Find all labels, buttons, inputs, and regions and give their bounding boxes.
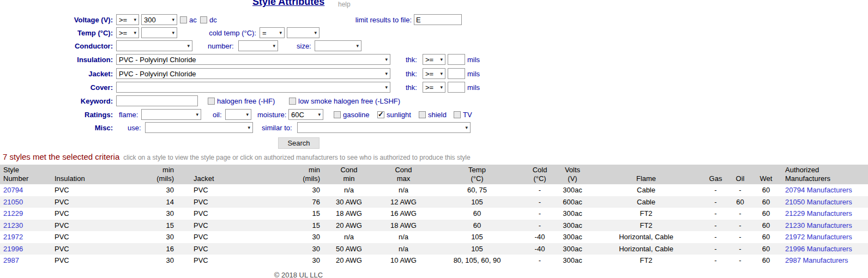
manufacturers-link[interactable]: 21229 Manufacturers: [785, 209, 852, 217]
style-number-link[interactable]: 2987: [3, 256, 19, 264]
cell-cond-min: 20 AWG: [322, 220, 376, 232]
insulation-thk-operator-select[interactable]: >=▾: [423, 54, 445, 65]
similar-to-select[interactable]: ▾: [297, 122, 471, 133]
conductor-number-select[interactable]: ▾: [238, 40, 278, 51]
cell-oil: -: [728, 220, 752, 232]
cell-oil: -: [728, 184, 752, 196]
manufacturers-link[interactable]: 21972 Manufacturers: [785, 233, 852, 241]
table-header-row: StyleNumber Insulation min(mils) Jacket …: [0, 165, 868, 184]
chevron-down-icon: ▾: [385, 71, 388, 76]
oil-select[interactable]: ▾: [225, 109, 251, 120]
cell-jkt-min: 30: [279, 184, 322, 196]
column-header-cond-min: Condmin: [322, 165, 376, 184]
column-header-authorized-manufacturers: AuthorizedManufacturers: [780, 165, 868, 184]
help-link[interactable]: help: [338, 1, 351, 8]
search-button[interactable]: Search: [278, 137, 320, 149]
style-number-link[interactable]: 21230: [3, 221, 23, 229]
limit-results-input[interactable]: [414, 14, 462, 25]
insulation-thk-input[interactable]: [448, 54, 465, 65]
chevron-down-icon: ▾: [273, 43, 275, 49]
cell-flame: FT2: [589, 255, 703, 267]
cell-temp: 105: [431, 231, 523, 243]
flame-label: flame:: [119, 111, 138, 119]
cover-thk-input[interactable]: [448, 82, 465, 93]
chevron-down-icon: ▾: [248, 125, 250, 130]
low-smoke-halogen-free-checkbox[interactable]: [289, 98, 296, 105]
manufacturers-link[interactable]: 20794 Manufacturers: [785, 186, 852, 194]
cell-jkt-min: 76: [279, 196, 322, 208]
ac-checkbox[interactable]: [180, 16, 187, 23]
shield-checkbox[interactable]: [419, 111, 426, 118]
cell-volts: 300ac: [556, 255, 589, 267]
cold-temp-operator-select[interactable]: =▾: [260, 27, 285, 38]
cell-ins-min: 30: [137, 208, 176, 220]
voltage-value-select[interactable]: 300▾: [141, 14, 177, 25]
column-header-style-number: StyleNumber: [0, 165, 52, 184]
cell-cold: -40: [523, 243, 556, 255]
temp-operator-select[interactable]: >=▾: [116, 27, 139, 38]
style-number-link[interactable]: 21229: [3, 209, 23, 217]
chevron-down-icon: ▾: [314, 30, 317, 35]
cell-jacket: PVC: [176, 243, 279, 255]
cell-flame: FT2: [589, 208, 703, 220]
cell-cond-min: n/a: [322, 184, 376, 196]
cold-temp-value-select[interactable]: ▾: [287, 27, 320, 38]
cover-thk-operator-select[interactable]: >=▾: [423, 82, 445, 93]
jacket-thk-operator-select[interactable]: >=▾: [423, 68, 445, 79]
results-summary: 7 styles met the selected criteria: [3, 152, 119, 161]
manufacturers-link[interactable]: 21996 Manufacturers: [785, 245, 852, 253]
page-title[interactable]: Style Attributes: [252, 0, 324, 8]
cold-temp-label: cold temp (°C):: [196, 29, 256, 37]
insulation-select[interactable]: PVC - Polyvinyl Chloride▾: [116, 54, 390, 65]
style-number-link[interactable]: 21996: [3, 245, 23, 253]
chevron-down-icon: ▾: [356, 43, 359, 49]
temp-value-select[interactable]: ▾: [141, 27, 177, 38]
tv-checkbox[interactable]: [454, 111, 461, 118]
cell-cold: -: [523, 196, 556, 208]
jacket-value: PVC - Polyvinyl Chloride: [119, 70, 196, 78]
chevron-down-icon: ▾: [134, 17, 136, 22]
cell-jkt-min: 30: [279, 243, 322, 255]
cell-cold: -: [523, 220, 556, 232]
cell-jacket: PVC: [176, 255, 279, 267]
cell-oil: -: [728, 231, 752, 243]
style-number-link[interactable]: 21972: [3, 233, 23, 241]
column-header-jacket: Jacket: [176, 165, 279, 184]
cover-select[interactable]: ▾: [116, 82, 390, 93]
style-number-link[interactable]: 21050: [3, 198, 23, 206]
use-select[interactable]: ▾: [145, 122, 253, 133]
cell-jkt-min: 30: [279, 255, 322, 267]
cell-jkt-min: 15: [279, 220, 322, 232]
cell-ins-min: 30: [137, 184, 176, 196]
flame-select[interactable]: ▾: [141, 109, 201, 120]
cell-jacket: PVC: [176, 220, 279, 232]
limit-results-label: limit results to file:: [335, 16, 412, 24]
jacket-thk-input[interactable]: [448, 68, 465, 79]
conductor-select[interactable]: ▾: [116, 40, 192, 51]
conductor-size-select[interactable]: ▾: [315, 40, 361, 51]
style-number-link[interactable]: 20794: [3, 186, 23, 194]
manufacturers-link[interactable]: 21050 Manufacturers: [785, 198, 852, 206]
cell-ins-min: 15: [137, 220, 176, 232]
cold-temp-operator-value: =: [262, 29, 267, 37]
cell-cond-max: n/a: [376, 184, 431, 196]
manufacturers-link[interactable]: 2987 Manufacturers: [785, 256, 848, 264]
table-row: 20794 PVC 30 PVC 30 n/a n/a 60, 75 - 300…: [0, 184, 868, 196]
halogen-free-checkbox[interactable]: [208, 98, 215, 105]
dc-checkbox[interactable]: [200, 16, 207, 23]
voltage-label: Voltage (V):: [0, 16, 113, 24]
moisture-select[interactable]: 60C▾: [288, 109, 323, 120]
cell-volts: 300ac: [556, 208, 589, 220]
results-line: 7 styles met the selected criteriaclick …: [3, 152, 471, 161]
keyword-input[interactable]: [116, 95, 198, 106]
manufacturers-link[interactable]: 21230 Manufacturers: [785, 221, 852, 229]
sunlight-checkbox[interactable]: [377, 111, 384, 118]
keyword-label: Keyword:: [0, 97, 113, 105]
cell-wet: 60: [752, 243, 780, 255]
cell-cold: -: [523, 184, 556, 196]
voltage-operator-select[interactable]: >=▾: [116, 14, 139, 25]
gasoline-checkbox[interactable]: [334, 111, 341, 118]
cell-cond-min: 20 AWG: [322, 255, 376, 267]
chevron-down-icon: ▾: [465, 125, 468, 130]
jacket-select[interactable]: PVC - Polyvinyl Chloride▾: [116, 68, 390, 79]
